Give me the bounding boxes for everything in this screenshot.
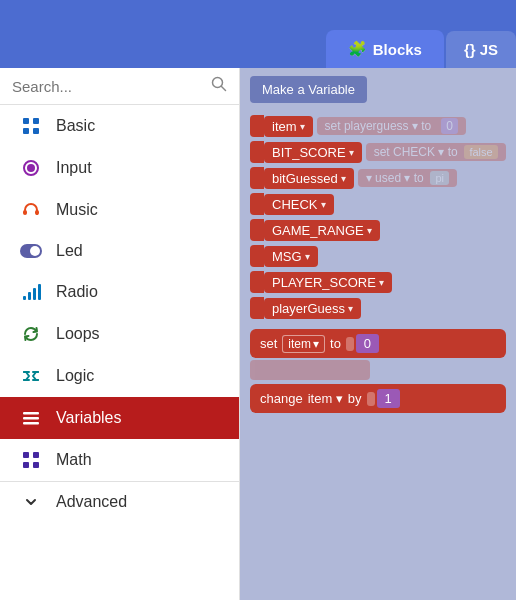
svg-rect-5 [33,128,39,134]
set-item-var[interactable]: item ▾ [282,335,325,353]
svg-rect-15 [38,284,41,300]
connector-player-score [250,271,264,293]
dropdown-arrow-bitguessed: ▾ [341,173,346,184]
sidebar-item-variables-label: Variables [56,409,122,427]
svg-point-11 [30,246,40,256]
svg-line-1 [222,87,226,91]
connector-item [250,115,264,137]
tab-js-label: JS [480,41,498,58]
search-bar[interactable] [0,68,239,105]
bg-check-block: set CHECK ▾ to false [366,143,506,161]
sidebar-item-math[interactable]: Math [0,439,239,481]
change-item-arrow: ▾ [336,391,343,406]
sidebar-item-basic[interactable]: Basic [0,105,239,147]
bg-set-block: set playerguess ▾ to 0 [317,117,466,135]
dropdown-arrow-item: ▾ [300,121,305,132]
nav-items: Basic Input Music Led [0,105,239,600]
var-block-row-playerguess: playerGuess ▾ [250,297,506,319]
refresh-icon [18,324,44,344]
sidebar-item-music[interactable]: Music [0,189,239,231]
var-block-row-player-score: PLAYER_SCORE ▾ [250,271,506,293]
svg-rect-20 [33,452,39,458]
var-block-check[interactable]: CHECK ▾ [264,194,334,215]
change-item-label: item [308,391,333,406]
content-area: Make a Variable item ▾ set playerguess ▾… [240,68,516,600]
list-icon [18,408,44,428]
js-icon: {} [464,41,476,58]
set-item-block[interactable]: set item ▾ to 0 [250,329,506,358]
var-label-bitguessed: bitGuessed [272,171,338,186]
connector-bit-score [250,141,264,163]
var-block-bit-score[interactable]: BIT_SCORE ▾ [264,142,362,163]
sidebar-item-loops[interactable]: Loops [0,313,239,355]
main-layout: Basic Input Music Led [0,68,516,600]
chevron-down-icon [18,493,44,511]
change-item-var[interactable]: item ▾ [308,391,343,406]
var-block-row-check: CHECK ▾ [250,193,506,215]
svg-rect-16 [23,412,39,415]
var-block-row-item: item ▾ set playerguess ▾ to 0 [250,115,506,137]
dropdown-arrow-playerguess: ▾ [348,303,353,314]
sidebar-item-input[interactable]: Input [0,147,239,189]
tab-blocks[interactable]: 🧩 Blocks [326,30,444,68]
connector-game-range [250,219,264,241]
var-block-msg[interactable]: MSG ▾ [264,246,318,267]
svg-rect-14 [33,288,36,300]
sidebar-item-math-label: Math [56,451,92,469]
set-item-arrow: ▾ [313,337,319,351]
var-label-msg: MSG [272,249,302,264]
svg-rect-17 [23,417,39,420]
change-label: change [260,391,303,406]
change-item-block[interactable]: change item ▾ by 1 [250,384,506,413]
sidebar-item-advanced-label: Advanced [56,493,127,511]
svg-rect-9 [35,210,39,215]
connector-msg [250,245,264,267]
sidebar-item-radio[interactable]: Radio [0,271,239,313]
var-label-bit-score: BIT_SCORE [272,145,346,160]
dropdown-arrow-check: ▾ [321,199,326,210]
var-block-playerguess[interactable]: playerGuess ▾ [264,298,361,319]
var-block-bitguessed[interactable]: bitGuessed ▾ [264,168,354,189]
connector-bitguessed [250,167,264,189]
header: 🧩 Blocks {} JS [0,0,516,68]
sidebar-item-loops-label: Loops [56,325,100,343]
sidebar-item-led[interactable]: Led [0,231,239,271]
svg-rect-12 [23,296,26,300]
dropdown-arrow-bit-score: ▾ [349,147,354,158]
var-block-game-range[interactable]: GAME_RANGE ▾ [264,220,380,241]
sidebar-item-advanced[interactable]: Advanced [0,481,239,522]
svg-rect-18 [23,422,39,425]
svg-rect-8 [23,210,27,215]
toggle-icon [18,244,44,258]
search-input[interactable] [12,78,211,95]
tab-js[interactable]: {} JS [446,31,516,68]
var-block-player-score[interactable]: PLAYER_SCORE ▾ [264,272,392,293]
grid-icon [18,116,44,136]
blocks-icon: 🧩 [348,40,367,58]
svg-point-7 [27,164,35,172]
var-block-row-msg: MSG ▾ [250,245,506,267]
connector-playerguess [250,297,264,319]
var-block-item[interactable]: item ▾ [264,116,313,137]
change-value: 1 [377,389,400,408]
sidebar-item-radio-label: Radio [56,283,98,301]
sidebar-item-basic-label: Basic [56,117,95,135]
dropdown-arrow-msg: ▾ [305,251,310,262]
set-value: 0 [356,334,379,353]
input-icon [18,158,44,178]
sidebar-item-variables[interactable]: Variables [0,397,239,439]
var-label-check: CHECK [272,197,318,212]
sidebar: Basic Input Music Led [0,68,240,600]
by-label: by [348,391,362,406]
svg-rect-4 [23,128,29,134]
tab-blocks-label: Blocks [373,41,422,58]
sidebar-item-logic[interactable]: Logic [0,355,239,397]
svg-rect-19 [23,452,29,458]
make-variable-button[interactable]: Make a Variable [250,76,367,103]
dropdown-arrow-player-score: ▾ [379,277,384,288]
svg-rect-2 [23,118,29,124]
to-label: to [330,336,341,351]
variable-blocks-list: item ▾ set playerguess ▾ to 0 BIT_SCORE … [250,115,506,319]
sidebar-item-input-label: Input [56,159,92,177]
var-block-row-game-range: GAME_RANGE ▾ [250,219,506,241]
